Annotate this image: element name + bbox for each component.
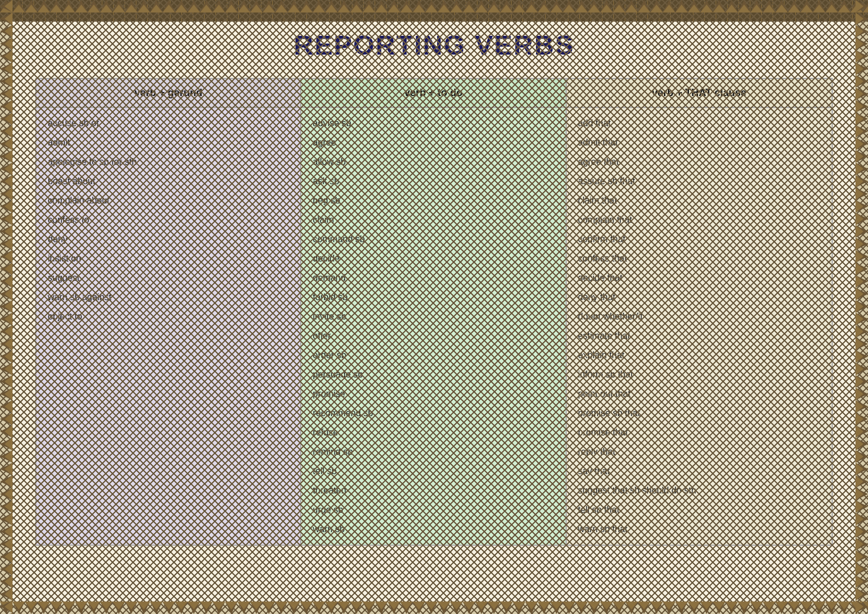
border-right-svg [855,0,868,614]
list-item: promise [313,384,554,404]
col-todo-body: advise sbagreeallow sbask sbbeg sbclaimc… [301,108,566,545]
list-item: offer [313,326,554,346]
list-item: advise sb [313,114,554,133]
svg-rect-5 [0,601,868,614]
list-item: refuse [313,423,554,442]
list-item: add that [578,114,820,133]
list-item: boast about [48,172,289,191]
list-item: admit that [578,133,820,152]
main-table: verb + gerund verb + to do verb + THAT c… [35,78,833,546]
list-item: object to [48,307,289,326]
list-item: warn sb [313,520,554,539]
border-left-svg [0,0,13,614]
list-item: assure sb that [578,172,820,191]
page-content: REPORTING VERBS verb + gerund verb + to … [13,13,855,601]
list-item: inform sb that [578,365,820,384]
list-item: persuade sb [313,365,554,384]
list-item: confess that [578,249,820,268]
list-item: confess to [48,210,289,230]
list-item: reply that [578,442,820,462]
list-item: confirm that [578,230,820,249]
list-item: promise sb that [578,404,820,423]
list-item: doubt whether/if [578,307,820,326]
svg-rect-8 [0,0,13,614]
list-item: invite sb [313,307,554,326]
list-item: deny that [578,288,820,307]
list-item: admit [48,133,289,152]
list-item: agree that [578,152,820,172]
list-item: decide that [578,268,820,288]
list-item: order sb [313,346,554,365]
list-item: tell sb that [578,500,820,520]
table-body: accuse sb ofadmitapologise to sb for sth… [36,108,832,545]
col-header-todo: verb + to do [301,79,566,107]
list-item: point out that [578,384,820,404]
col-gerund-body: accuse sb ofadmitapologise to sb for sth… [36,108,301,545]
list-item: recommend sb [313,404,554,423]
list-item: say that [578,462,820,481]
list-item: accuse sb of [48,114,289,133]
list-item: agree [313,133,554,152]
table-header: verb + gerund verb + to do verb + THAT c… [36,79,832,108]
outer-border: REPORTING VERBS verb + gerund verb + to … [0,0,868,614]
list-item: suggest [48,268,289,288]
list-item: explain that [578,346,820,365]
svg-rect-2 [0,0,868,13]
border-bottom-svg [0,601,868,614]
col-header-that: verb + THAT clause [567,79,832,107]
list-item: warn sb against [48,288,289,307]
list-item: apologise to sb for sth [48,152,289,172]
list-item: ask sb [313,172,554,191]
list-item: complain that [578,210,820,230]
list-item: urge sb [313,500,554,520]
list-item: suggest that sb should do sth [578,481,820,500]
list-item: allow sb [313,152,554,172]
border-top-svg [0,0,868,13]
list-item: command sb [313,230,554,249]
list-item: complain about [48,191,289,210]
list-item: promise that [578,423,820,442]
list-item: tell sb [313,462,554,481]
list-item: demand [313,268,554,288]
list-item: claim that [578,191,820,210]
list-item: insist on [48,249,289,268]
list-item: threaten [313,481,554,500]
list-item: claim [313,210,554,230]
list-item: decide [313,249,554,268]
list-item: remind sb [313,442,554,462]
list-item: estimate that [578,326,820,346]
svg-rect-11 [855,0,868,614]
list-item: forbid sb [313,288,554,307]
col-header-gerund: verb + gerund [36,79,301,107]
col-that-body: add thatadmit thatagree thatassure sb th… [567,108,832,545]
list-item: deny [48,230,289,249]
list-item: warn sb that [578,520,820,539]
page-title: REPORTING VERBS [293,30,574,61]
list-item: beg sb [313,191,554,210]
